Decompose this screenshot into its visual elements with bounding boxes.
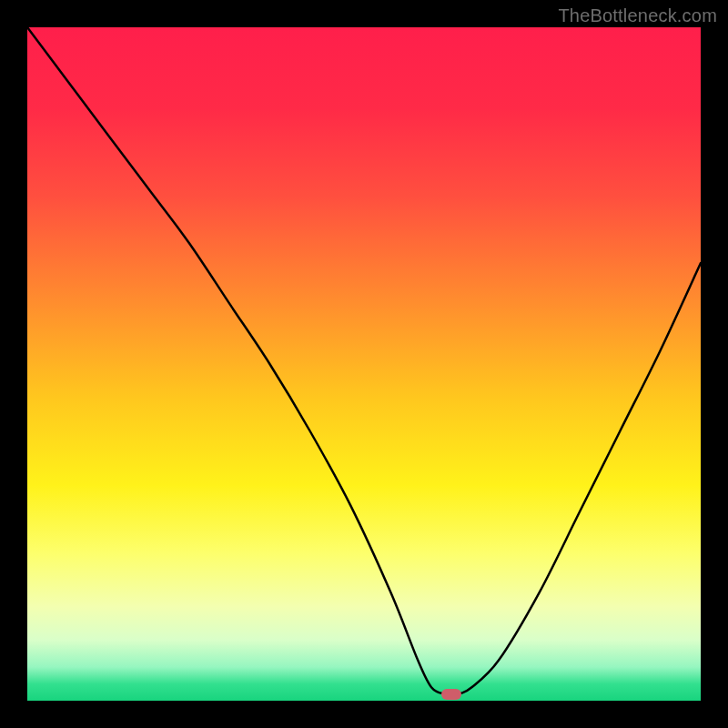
svg-rect-0	[27, 27, 701, 701]
plot-area	[27, 27, 701, 701]
minimum-marker	[441, 689, 461, 700]
watermark-text: TheBottleneck.com	[558, 5, 717, 26]
gradient-background	[27, 27, 701, 701]
chart-frame: TheBottleneck.com	[0, 0, 728, 728]
